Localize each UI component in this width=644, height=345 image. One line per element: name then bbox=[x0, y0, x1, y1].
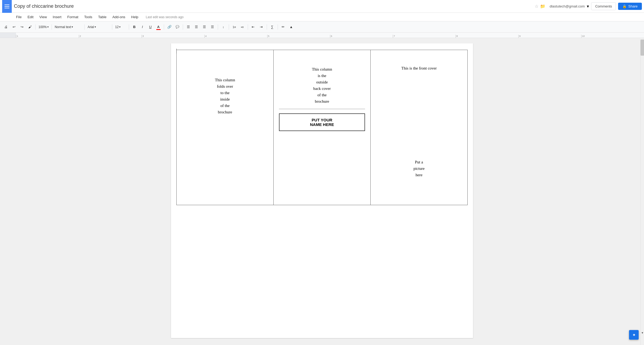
undo-icon: ↩ bbox=[13, 25, 15, 29]
text-cursor bbox=[176, 49, 177, 53]
ruler: 1 2 3 4 5 6 7 8 9 10 bbox=[0, 33, 644, 38]
ruler-mark: 7 bbox=[393, 35, 456, 38]
font-dropdown[interactable]: Arial ▾ bbox=[86, 24, 110, 30]
ai-assistant-button[interactable]: ✦ bbox=[629, 330, 639, 340]
align-justify-icon: ☰ bbox=[211, 25, 214, 29]
ruler-mark: 2 bbox=[79, 35, 142, 38]
menu-file[interactable]: File bbox=[13, 14, 24, 20]
zoom-select[interactable]: 100% ▾ bbox=[37, 24, 50, 30]
top-bar: Copy of chiccarine brochure ☆ 📁 dlastute… bbox=[0, 0, 644, 13]
folder-icon[interactable]: 📁 bbox=[540, 4, 545, 9]
ruler-mark: 8 bbox=[456, 35, 518, 38]
align-left-icon: ☰ bbox=[187, 25, 190, 29]
text-color-button[interactable]: A bbox=[155, 23, 162, 31]
star-icon[interactable]: ☆ bbox=[535, 4, 538, 9]
text-style-value: Normal text bbox=[55, 25, 71, 29]
col1-content: This columnfolds overto theinsideof theb… bbox=[182, 55, 268, 200]
italic-icon: I bbox=[142, 25, 143, 29]
table-cell-col2[interactable]: This columnis theoutsideback coverof the… bbox=[273, 50, 370, 205]
scroll-thumb[interactable] bbox=[641, 40, 644, 56]
separator-10 bbox=[248, 24, 248, 30]
share-label: Share bbox=[628, 4, 638, 8]
comment-button[interactable]: 💬 bbox=[174, 23, 181, 31]
table-cell-col1[interactable]: This columnfolds overto theinsideof theb… bbox=[177, 50, 274, 205]
user-dropdown-icon[interactable]: ▾ bbox=[587, 4, 589, 9]
pen-icon: ✏ bbox=[282, 25, 285, 29]
separator-3 bbox=[84, 24, 85, 30]
table-row: This columnfolds overto theinsideof theb… bbox=[177, 50, 468, 205]
comments-button[interactable]: Comments bbox=[591, 2, 616, 10]
align-right-icon: ☰ bbox=[203, 25, 206, 29]
share-lock-icon: 🔒 bbox=[622, 4, 627, 8]
menu-edit[interactable]: Edit bbox=[25, 14, 36, 20]
text-color-icon: A bbox=[157, 25, 160, 29]
bulleted-list-icon: •≡ bbox=[241, 25, 244, 29]
print-icon: 🖨 bbox=[4, 25, 8, 29]
align-justify-button[interactable]: ☰ bbox=[209, 23, 216, 31]
separator-4 bbox=[112, 24, 112, 30]
align-left-button[interactable]: ☰ bbox=[185, 23, 192, 31]
col1-text: This columnfolds overto theinsideof theb… bbox=[215, 77, 235, 115]
decrease-indent-button[interactable]: ⇤ bbox=[250, 23, 257, 31]
menu-format[interactable]: Format bbox=[65, 14, 81, 20]
link-icon: 🔗 bbox=[167, 25, 172, 29]
collapse-icon: ▲ bbox=[289, 25, 293, 29]
text-style-dropdown[interactable]: Normal text ▾ bbox=[53, 24, 83, 30]
col2-divider bbox=[279, 109, 365, 109]
menu-insert[interactable]: Insert bbox=[50, 14, 64, 20]
align-center-button[interactable]: ☰ bbox=[193, 23, 200, 31]
menu-table[interactable]: Table bbox=[95, 14, 109, 20]
increase-indent-button[interactable]: ⇥ bbox=[258, 23, 265, 31]
ruler-marks: 1 2 3 4 5 6 7 8 9 10 bbox=[16, 35, 644, 38]
formula-button[interactable]: ∑ bbox=[269, 23, 276, 31]
brochure-table[interactable]: This columnfolds overto theinsideof theb… bbox=[176, 50, 468, 205]
bulleted-list-button[interactable]: •≡ bbox=[239, 23, 246, 31]
document-page[interactable]: This columnfolds overto theinsideof theb… bbox=[171, 43, 473, 338]
underline-button[interactable]: U bbox=[147, 23, 154, 31]
align-right-button[interactable]: ☰ bbox=[201, 23, 208, 31]
document-title: Copy of chiccarine brochure bbox=[14, 3, 535, 9]
italic-button[interactable]: I bbox=[139, 23, 146, 31]
app-menu-button[interactable] bbox=[2, 0, 12, 13]
line-spacing-button[interactable]: ↕ bbox=[220, 23, 227, 31]
font-size-value: 12 bbox=[115, 25, 119, 29]
separator-1 bbox=[35, 24, 36, 30]
comment-icon: 💬 bbox=[176, 25, 179, 29]
paint-format-button[interactable]: 🖌 bbox=[26, 23, 34, 31]
menu-view[interactable]: View bbox=[37, 14, 49, 20]
link-button[interactable]: 🔗 bbox=[166, 23, 173, 31]
ai-icon: ✦ bbox=[632, 332, 636, 338]
document-area[interactable]: This columnfolds overto theinsideof theb… bbox=[0, 38, 644, 343]
separator-7 bbox=[183, 24, 183, 30]
user-email: dlastutech@gmail.com bbox=[550, 4, 585, 8]
numbered-list-button[interactable]: 1≡ bbox=[231, 23, 238, 31]
ruler-mark: 10 bbox=[581, 35, 644, 38]
redo-icon: ↪ bbox=[21, 25, 24, 29]
font-arrow: ▾ bbox=[95, 25, 96, 28]
font-size-dropdown[interactable]: 12 ▾ bbox=[114, 24, 127, 30]
redo-button[interactable]: ↪ bbox=[18, 23, 26, 31]
ruler-mark: 1 bbox=[16, 35, 79, 38]
align-center-icon: ☰ bbox=[195, 25, 198, 29]
share-button[interactable]: 🔒 Share bbox=[618, 3, 642, 10]
print-button[interactable]: 🖨 bbox=[2, 23, 10, 31]
menu-tools[interactable]: Tools bbox=[82, 14, 95, 20]
underline-icon: U bbox=[149, 25, 152, 29]
table-cell-col3[interactable]: This is the front cover Put apicturehere bbox=[370, 50, 467, 205]
separator-11 bbox=[267, 24, 267, 30]
bold-button[interactable]: B bbox=[131, 23, 138, 31]
scrollbar[interactable]: ▼ bbox=[640, 40, 644, 345]
menu-help[interactable]: Help bbox=[129, 14, 141, 20]
scroll-down-arrow[interactable]: ▼ bbox=[641, 331, 644, 334]
collapse-toolbar-button[interactable]: ▲ bbox=[288, 23, 295, 31]
separator-2 bbox=[52, 24, 52, 30]
undo-button[interactable]: ↩ bbox=[10, 23, 18, 31]
increase-indent-icon: ⇥ bbox=[260, 25, 263, 29]
font-value: Arial bbox=[88, 25, 94, 29]
ruler-mark: 6 bbox=[330, 35, 393, 38]
pen-button[interactable]: ✏ bbox=[280, 23, 287, 31]
title-actions: ☆ 📁 bbox=[535, 4, 545, 9]
col2-name-box[interactable]: PUT YOURNAME HERE bbox=[279, 113, 365, 131]
menu-addons[interactable]: Add-ons bbox=[110, 14, 128, 20]
col2-top-text: This columnis theoutsideback coverof the… bbox=[312, 66, 332, 105]
